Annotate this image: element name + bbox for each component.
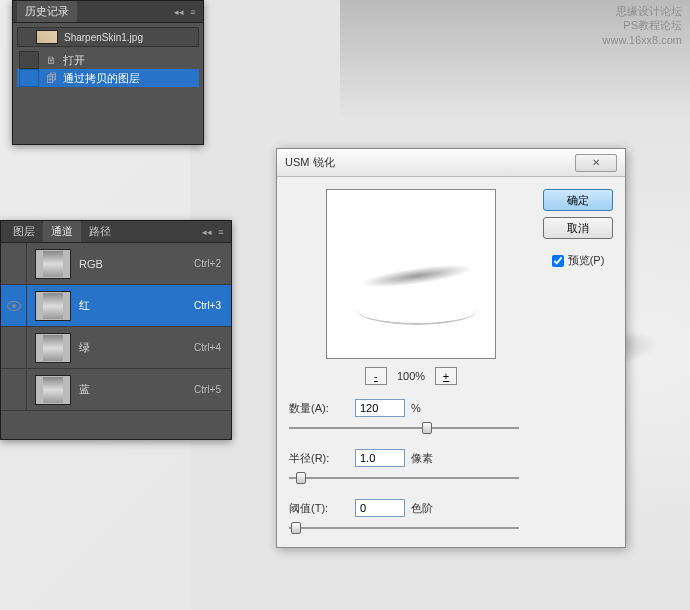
channel-list: RGB Ctrl+2 红 Ctrl+3 绿 Ctrl+4 蓝 Ctrl+5 [1,243,231,411]
channel-visibility-toggle[interactable] [1,285,27,327]
channel-row-rgb[interactable]: RGB Ctrl+2 [1,243,231,285]
history-visibility-cell[interactable] [19,69,39,87]
slider-thumb[interactable] [291,522,301,534]
tab-channels[interactable]: 通道 [43,221,81,242]
watermark-line3: www.16xx8.com [603,33,682,47]
history-item-label: 打开 [63,53,85,68]
amount-input[interactable] [355,399,405,417]
channel-shortcut: Ctrl+3 [194,300,221,311]
channel-thumbnail [35,333,71,363]
close-button[interactable]: ✕ [575,154,617,172]
channels-tabs: 图层 通道 路径 ◂◂ ≡ [1,221,231,243]
eye-icon [7,301,21,311]
channel-thumbnail [35,375,71,405]
dialog-title: USM 锐化 [285,155,335,170]
radius-unit: 像素 [411,451,433,466]
tab-layers[interactable]: 图层 [5,221,43,242]
panel-collapse-icon[interactable]: ◂◂ [173,7,185,17]
ok-button[interactable]: 确定 [543,189,613,211]
channel-thumbnail [35,291,71,321]
panel-menu-icon[interactable]: ≡ [187,7,199,17]
threshold-row: 阈值(T): 色阶 [289,499,533,517]
document-thumbnail [36,30,58,44]
slider-thumb[interactable] [422,422,432,434]
channel-name: 蓝 [79,382,194,397]
channel-thumbnail [35,249,71,279]
channel-visibility-toggle[interactable] [1,243,27,285]
slider-thumb[interactable] [296,472,306,484]
history-document-row[interactable]: SharpenSkin1.jpg [17,27,199,47]
tab-paths[interactable]: 路径 [81,221,119,242]
watermark: 思缘设计论坛 PS教程论坛 www.16xx8.com [603,4,682,47]
channel-name: RGB [79,258,194,270]
radius-label: 半径(R): [289,451,349,466]
watermark-line1: 思缘设计论坛 [603,4,682,18]
watermark-line2: PS教程论坛 [603,18,682,32]
history-list: 🗎 打开 🗐 通过拷贝的图层 [17,51,199,87]
layer-copy-icon: 🗐 [43,71,59,85]
history-panel: 历史记录 ◂◂ ≡ SharpenSkin1.jpg 🗎 打开 🗐 通过拷贝的图… [12,0,204,145]
preview-checkbox-row[interactable]: 预览(P) [552,253,605,268]
channel-name: 红 [79,298,194,313]
history-tabs: 历史记录 ◂◂ ≡ [13,1,203,23]
history-item-layer-via-copy[interactable]: 🗐 通过拷贝的图层 [17,69,199,87]
channels-panel: 图层 通道 路径 ◂◂ ≡ RGB Ctrl+2 红 Ctrl+3 绿 Ctrl… [0,220,232,440]
zoom-in-button[interactable]: + [435,367,457,385]
amount-label: 数量(A): [289,401,349,416]
channel-shortcut: Ctrl+5 [194,384,221,395]
channel-visibility-toggle[interactable] [1,369,27,411]
radius-slider[interactable] [289,471,519,485]
channel-row-green[interactable]: 绿 Ctrl+4 [1,327,231,369]
threshold-label: 阈值(T): [289,501,349,516]
zoom-out-button[interactable]: - [365,367,387,385]
history-item-label: 通过拷贝的图层 [63,71,140,86]
dialog-titlebar[interactable]: USM 锐化 ✕ [277,149,625,177]
threshold-slider[interactable] [289,521,519,535]
channel-shortcut: Ctrl+2 [194,258,221,269]
history-visibility-cell[interactable] [19,51,39,69]
threshold-unit: 色阶 [411,501,433,516]
channel-name: 绿 [79,340,194,355]
amount-row: 数量(A): % [289,399,533,417]
amount-unit: % [411,402,421,414]
preview-checkbox[interactable] [552,255,564,267]
preview-content [357,295,477,325]
preview-checkbox-label: 预览(P) [568,253,605,268]
tab-history[interactable]: 历史记录 [17,1,77,22]
threshold-input[interactable] [355,499,405,517]
panel-collapse-icon[interactable]: ◂◂ [201,227,213,237]
preview-content [346,255,488,296]
channel-row-blue[interactable]: 蓝 Ctrl+5 [1,369,231,411]
amount-slider[interactable] [289,421,519,435]
panel-menu-icon[interactable]: ≡ [215,227,227,237]
radius-input[interactable] [355,449,405,467]
document-icon: 🗎 [43,53,59,67]
channel-shortcut: Ctrl+4 [194,342,221,353]
cancel-button[interactable]: 取消 [543,217,613,239]
channel-visibility-toggle[interactable] [1,327,27,369]
document-name: SharpenSkin1.jpg [64,32,143,43]
history-item-open[interactable]: 🗎 打开 [17,51,199,69]
zoom-level: 100% [397,370,425,382]
channel-row-red[interactable]: 红 Ctrl+3 [1,285,231,327]
zoom-controls: - 100% + [289,367,533,385]
usm-sharpen-dialog: USM 锐化 ✕ - 100% + 数量(A): % 半径(R): [276,148,626,548]
radius-row: 半径(R): 像素 [289,449,533,467]
preview-area[interactable] [326,189,496,359]
